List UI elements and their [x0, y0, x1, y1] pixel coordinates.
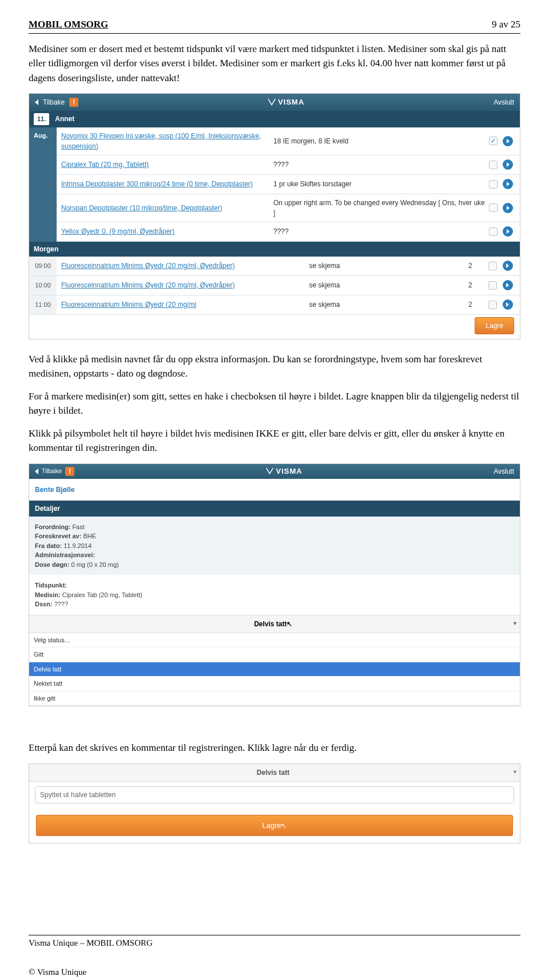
medicine-name[interactable]: Fluoresceinnatrium Minims Øyedr (20 mg/m… [61, 280, 309, 290]
dose-count: 2 [468, 261, 486, 271]
info-key: Tidspunkt: [35, 582, 67, 589]
meta-key: Dose døgn: [35, 561, 70, 568]
medicine-row: Cipralex Tab (20 mg, Tablett)???? [57, 155, 520, 175]
time-label: 11:00 [29, 295, 57, 315]
status-option[interactable]: Delvis tatt [29, 662, 520, 677]
medicine-note: ???? [273, 159, 486, 170]
status-option[interactable]: Nektet tatt [29, 677, 520, 691]
paragraph-4: Klikk på pilsymbolet helt til høyre i bi… [29, 426, 520, 455]
given-checkbox[interactable] [488, 281, 497, 290]
medicine-name[interactable]: Fluoresceinnatrium Minims Øyedr (20 mg/m… [61, 261, 309, 271]
details-header: Detaljer [29, 501, 520, 517]
given-checkbox[interactable] [488, 301, 497, 309]
status-option[interactable]: Gitt [29, 647, 520, 662]
lagre-button-label: Lagre [262, 821, 281, 830]
dose-count: 2 [468, 280, 486, 290]
chevron-down-icon: ▾ [514, 767, 516, 776]
medicine-row: Yellox Øyedr 0. (9 mg/ml, Øyedråper)???? [57, 222, 520, 242]
section-header: 11. Annet [29, 111, 520, 127]
given-checkbox[interactable] [489, 203, 498, 212]
meta-key: Forordning: [35, 523, 70, 530]
given-checkbox[interactable] [489, 180, 498, 189]
status-header[interactable]: Delvis tatt ▾ [29, 764, 520, 782]
alert-icon[interactable]: ! [65, 467, 74, 476]
lagre-button[interactable]: Lagre ↖ [36, 815, 513, 837]
chevron-down-icon: ▾ [514, 619, 516, 627]
back-button[interactable]: Tilbake [43, 97, 65, 107]
arrow-detail-icon[interactable] [503, 299, 513, 310]
morgen-header: Morgen [29, 242, 520, 257]
paragraph-5: Etterpå kan det skrives en kommentar til… [29, 741, 520, 755]
medicine-name[interactable]: Cipralex Tab (20 mg, Tablett) [61, 159, 273, 170]
meta-key: Foreskrevet av: [35, 533, 81, 539]
medicine-name[interactable]: Fluoresceinnatrium Minims Øyedr (20 mg/m… [61, 299, 309, 310]
medicine-note: se skjema [309, 261, 468, 271]
patient-name[interactable]: Bente Bjølle [29, 479, 520, 501]
meta-value: BHE [83, 533, 96, 539]
meta-value: 0 mg (0 x 20 mg) [71, 561, 119, 568]
arrow-detail-icon[interactable] [503, 280, 513, 290]
medicine-name[interactable]: Intrinsa Depotplaster 300 mikrog/24 time… [61, 179, 273, 189]
end-button[interactable]: Avslutt [494, 466, 514, 477]
comment-input[interactable]: Spyttet ut halve tabletten [35, 786, 514, 803]
meta-value: 11.9.2014 [63, 542, 92, 549]
app-header: Tilbake ! VISMA Avslutt [29, 94, 520, 111]
info-key: Dssn: [35, 601, 53, 607]
doc-footer: Visma Unique – MOBIL OMSORG © Visma Uniq… [29, 935, 520, 978]
arrow-detail-icon[interactable] [503, 179, 513, 189]
back-button[interactable]: Tilbake [42, 466, 62, 476]
medicine-note: 1 pr uke Skiftes torsdager [273, 179, 486, 189]
meta-key: Administrasjonsvei: [35, 551, 95, 558]
cursor-icon: ↖ [287, 619, 292, 629]
time-label: 10:00 [29, 276, 57, 295]
doc-title: MOBIL OMSORG [29, 17, 108, 32]
end-button[interactable]: Avslutt [494, 97, 514, 107]
details-meta: Forordning: FastForeskrevet av: BHEFra d… [29, 517, 520, 575]
medicine-row: Norspan Depotplaster (10 mikrog/time, De… [57, 194, 520, 222]
info-value: Cipralex Tab (20 mg, Tablett) [62, 591, 142, 598]
cursor-icon: ↖ [281, 821, 287, 831]
section-annet: Annet [55, 114, 74, 124]
screenshot-comment: Delvis tatt ▾ Spyttet ut halve tabletten… [29, 763, 520, 844]
medicine-name[interactable]: Norspan Depotplaster (10 mikrog/time, De… [61, 203, 273, 213]
visma-logo: VISMA [266, 466, 303, 477]
medicine-row: Intrinsa Depotplaster 300 mikrog/24 time… [57, 175, 520, 194]
arrow-detail-icon[interactable] [503, 203, 513, 213]
footer-line: Visma Unique – MOBIL OMSORG [29, 935, 520, 950]
arrow-detail-icon[interactable] [503, 159, 513, 170]
given-checkbox[interactable] [489, 161, 498, 169]
info-key: Medisin: [35, 591, 61, 598]
status-select[interactable]: Delvis tatt ↖ ▾ [29, 615, 520, 633]
screenshot-details: Tilbake ! VISMA Avslutt Bente Bjølle Det… [29, 463, 520, 707]
status-option[interactable]: Ikke gitt [29, 691, 520, 706]
status-option[interactable]: Velg status... [29, 633, 520, 648]
screenshot-medicine-list: Tilbake ! VISMA Avslutt 11. Annet Aug. N… [29, 93, 520, 339]
dose-count: 2 [468, 299, 486, 310]
arrow-detail-icon[interactable] [503, 136, 513, 146]
page-number: 9 av 25 [492, 17, 520, 32]
paragraph-2: Ved å klikke på medisin navnet får du op… [29, 352, 520, 381]
meta-value: Fast [72, 523, 84, 530]
arrow-detail-icon[interactable] [503, 261, 513, 271]
alert-icon[interactable]: ! [69, 98, 78, 107]
medicine-name[interactable]: Yellox Øyedr 0. (9 mg/ml, Øyedråper) [61, 226, 273, 237]
medicine-note: se skjema [309, 280, 468, 290]
given-checkbox[interactable] [489, 227, 498, 236]
back-icon[interactable] [35, 469, 38, 474]
back-icon[interactable] [35, 99, 38, 105]
medicine-note: 18 IE morgen, 8 IE kveld [273, 136, 486, 146]
info-value: ???? [54, 601, 68, 607]
given-checkbox[interactable] [488, 262, 497, 270]
given-checkbox[interactable] [489, 137, 498, 145]
app-header-2: Tilbake ! VISMA Avslutt [29, 464, 520, 479]
arrow-detail-icon[interactable] [503, 226, 513, 237]
status-select-label: Delvis tatt [254, 620, 287, 628]
medicine-name[interactable]: Novomix 30 Flexpen Inj.væske, susp (100 … [61, 131, 273, 151]
footer-copyright: © Visma Unique [29, 966, 520, 979]
date-number: 11. [34, 113, 49, 125]
lagre-button[interactable]: Lagre [475, 317, 514, 334]
paragraph-1: Medisiner som er dosert med et bestemt t… [29, 42, 520, 86]
medicine-note: On upper right arm. To be changed every … [273, 198, 486, 218]
meta-key: Fra dato: [35, 542, 62, 549]
medicine-note: ???? [273, 226, 486, 237]
